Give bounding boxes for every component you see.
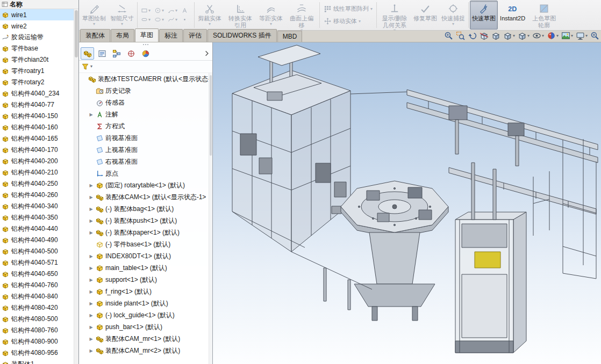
view-settings-button[interactable]: ▾: [575, 31, 588, 41]
zoom-fit-button[interactable]: [443, 31, 454, 41]
dropdown-arrow-icon[interactable]: ▾: [175, 18, 177, 22]
expand-arrow-icon[interactable]: ▶: [88, 230, 94, 235]
rectangle-tool-button[interactable]: ▾: [140, 6, 152, 14]
expand-arrow-icon[interactable]: ▶: [88, 337, 94, 341]
part-list-item[interactable]: 装配体1: [0, 359, 74, 364]
tree-scrollbar-thumb[interactable]: [210, 75, 212, 156]
expand-arrow-icon[interactable]: ▶: [88, 289, 94, 294]
expand-arrow-icon[interactable]: ▶: [88, 219, 94, 223]
tree-tab-featuremanager[interactable]: [81, 47, 94, 60]
dropdown-arrow-icon[interactable]: ▾: [175, 9, 177, 13]
circle-tool-button[interactable]: ▾: [153, 6, 165, 14]
ellipse-tool-button[interactable]: ▾: [153, 16, 165, 24]
dropdown-arrow-icon[interactable]: ▾: [452, 22, 454, 26]
part-list-item[interactable]: wire1: [0, 9, 74, 20]
dropdown-arrow-icon[interactable]: ▾: [542, 34, 544, 38]
gantry-lower[interactable]: [449, 168, 596, 214]
tree-item[interactable]: 方程式: [79, 120, 209, 132]
tree-item[interactable]: ▶(-) 装配体bag<1> (默认): [79, 203, 209, 215]
section-view-button[interactable]: [479, 31, 489, 41]
dropdown-arrow-icon[interactable]: ▾: [370, 7, 373, 11]
smart-dimension-button[interactable]: 智能尺寸▾: [108, 1, 136, 30]
dropdown-arrow-icon[interactable]: ▾: [571, 34, 573, 38]
dropdown-arrow-icon[interactable]: ▾: [209, 22, 211, 26]
tree-panel-grip[interactable]: [79, 42, 212, 47]
hide-show-button[interactable]: ▾: [532, 31, 545, 41]
instant2d-button[interactable]: 2DInstant2D: [498, 1, 527, 30]
move-entities-button[interactable]: 移动实体▾: [322, 16, 374, 26]
part-list-item[interactable]: 铝构件4040-260: [0, 190, 74, 201]
tree-item[interactable]: 上视基准面: [79, 144, 209, 156]
part-list-item[interactable]: 铝构件4040-160: [0, 122, 74, 133]
previous-view-button[interactable]: [467, 31, 477, 41]
quick-snaps-button[interactable]: 快速捕捉▾: [439, 1, 467, 30]
part-list-item[interactable]: 铝构件4040-150: [0, 111, 74, 122]
tree-item[interactable]: (-) 零件base<1> (默认): [79, 238, 209, 250]
part-list-item[interactable]: 铝构件4080-760: [0, 325, 74, 336]
expand-arrow-icon[interactable]: ▶: [88, 348, 94, 353]
zoom-area-button[interactable]: [455, 31, 466, 41]
trim-entities-button[interactable]: 剪裁实体▾: [196, 1, 224, 30]
filter-funnel-icon[interactable]: [81, 63, 89, 71]
part-list-item[interactable]: 铝构件4040-500: [0, 246, 74, 257]
tree-item[interactable]: ▶main_table<1> (默认): [79, 262, 209, 274]
command-tab[interactable]: MBD: [277, 31, 303, 42]
dropdown-arrow-icon[interactable]: ▾: [556, 34, 559, 38]
tree-item[interactable]: 前视基准面: [79, 132, 209, 144]
dropdown-arrow-icon[interactable]: ▾: [585, 34, 588, 38]
tree-tab-dimxpert[interactable]: [124, 47, 138, 60]
rotary-table[interactable]: [341, 181, 448, 238]
gantry-upper[interactable]: [350, 90, 598, 166]
expand-arrow-icon[interactable]: ▶: [88, 254, 94, 259]
tree-item[interactable]: ▶装配体CAM_mr<1> (默认): [79, 333, 209, 345]
view-orientation-button[interactable]: ▾: [503, 31, 516, 41]
part-list-item[interactable]: 铝构件4080-420: [0, 302, 74, 314]
expand-arrow-icon[interactable]: ▶: [88, 195, 94, 200]
part-list-item[interactable]: 铝构件4040-350: [0, 212, 74, 223]
part-list-item[interactable]: 铝构件4040-340: [0, 201, 74, 212]
part-list-item[interactable]: 铝构件4080-900: [0, 336, 74, 347]
rapid-sketch-button[interactable]: 快速草图: [470, 1, 498, 30]
tree-tab-displaymanager[interactable]: [139, 47, 152, 60]
dropdown-arrow-icon[interactable]: ▾: [513, 34, 515, 38]
point-tool-button[interactable]: [180, 16, 192, 24]
pedestal[interactable]: [354, 232, 435, 321]
tree-item[interactable]: ▶push_bar<1> (默认): [79, 321, 209, 333]
edit-appearance-button[interactable]: ▾: [546, 31, 559, 41]
part-list-item[interactable]: 铝构件4040-165: [0, 133, 74, 144]
linear-sketch-pattern-button[interactable]: 线性草图阵列▾: [322, 4, 374, 14]
tree-item[interactable]: 历史记录: [79, 85, 209, 97]
dropdown-arrow-icon[interactable]: ▾: [90, 64, 92, 69]
part-list-item[interactable]: 铝构件4040-840: [0, 291, 74, 302]
dropdown-arrow-icon[interactable]: ▾: [93, 22, 95, 26]
tree-item[interactable]: ▶support<1> (默认): [79, 274, 209, 286]
tree-tab-configurationmanager[interactable]: [110, 47, 123, 60]
tree-item[interactable]: 装配体TESTCAMERR (默认<显示状态-1: [79, 73, 209, 85]
part-list-item[interactable]: 铝构件4040-200: [0, 156, 74, 167]
tree-filter[interactable]: ▾: [79, 61, 212, 73]
expand-arrow-icon[interactable]: ▶: [88, 183, 94, 188]
dropdown-arrow-icon[interactable]: ▾: [359, 19, 361, 24]
part-list-item[interactable]: wire2: [0, 20, 74, 32]
spline-tool-button[interactable]: ▾: [167, 16, 178, 24]
part-list-item[interactable]: 铝构件4040-440: [0, 223, 74, 235]
tree-item[interactable]: ▶(固定) rotarytable<1> (默认): [79, 179, 209, 191]
command-tab[interactable]: SOLIDWORKS 插件: [208, 29, 277, 42]
tree-scrollbar[interactable]: [209, 73, 212, 364]
part-list-item[interactable]: 铝构件4040-650: [0, 268, 74, 280]
part-list-item[interactable]: 铝构件4040-760: [0, 280, 74, 291]
tree-item[interactable]: ▶(-) 装配体push<1> (默认): [79, 215, 209, 227]
surface-offset-button[interactable]: 曲面上偏移▾: [285, 1, 318, 30]
tree-item[interactable]: ▶装配体CAM<1> (默认<显示状态-1>: [79, 191, 209, 203]
convert-entities-button[interactable]: 转换实体引用▾: [224, 1, 257, 30]
tree-item[interactable]: ▶(-) lock_guide<1> (默认): [79, 309, 209, 321]
offset-entities-button[interactable]: 等距实体▾: [257, 1, 285, 30]
tree-item[interactable]: 右视基准面: [79, 156, 209, 168]
iso-cube-button[interactable]: [491, 31, 501, 41]
frame-tower[interactable]: [232, 70, 350, 252]
command-tab[interactable]: 布局: [111, 29, 134, 42]
slot-tool-button[interactable]: ▾: [140, 16, 152, 24]
repair-sketch-button[interactable]: 修复草图: [411, 1, 439, 30]
tree-item[interactable]: ▶(-) 装配体paper<1> (默认): [79, 227, 209, 238]
part-list-item[interactable]: 零件rotary2: [0, 77, 74, 88]
